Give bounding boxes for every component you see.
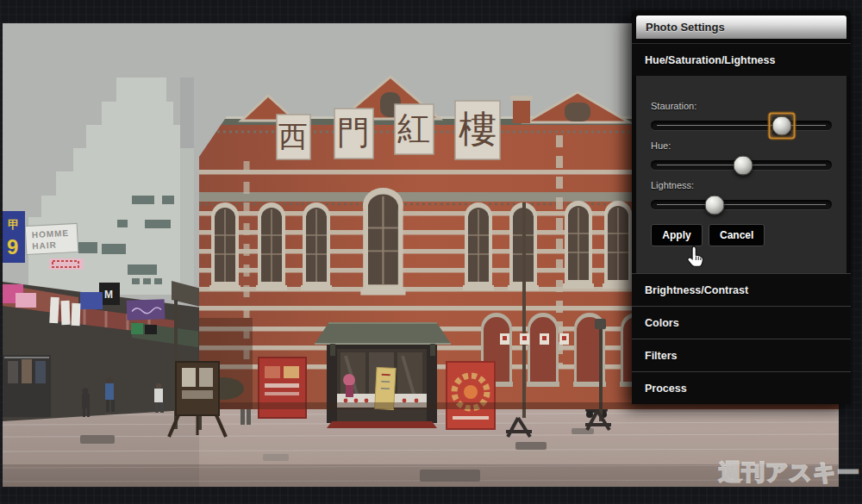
section-filters[interactable]: Filters: [632, 339, 851, 371]
saturation-slider: Stauration:: [651, 101, 832, 130]
lightness-slider-track[interactable]: [651, 200, 832, 209]
cancel-button[interactable]: Cancel: [709, 224, 765, 246]
saturation-slider-track[interactable]: [651, 121, 832, 130]
apply-button[interactable]: Apply: [651, 224, 703, 246]
panel-title: Photo Settings: [636, 16, 846, 39]
hue-slider-knob[interactable]: [734, 155, 753, 175]
saturation-slider-knob[interactable]: [772, 115, 792, 135]
cursor-pointer: [686, 245, 705, 272]
saturation-label: Stauration:: [651, 101, 832, 111]
app-stage: HOMME HAIR 甲 9: [0, 0, 862, 504]
watermark: 週刊アスキー: [719, 457, 860, 488]
section-colors[interactable]: Colors: [632, 306, 851, 339]
hue-slider: Hue:: [651, 140, 832, 170]
lightness-label: Lightness:: [651, 180, 832, 190]
button-row: Apply Cancel: [651, 224, 832, 246]
hue-label: Hue:: [651, 140, 832, 151]
lightness-slider: Lightness:: [651, 180, 832, 209]
lightness-slider-knob[interactable]: [704, 195, 724, 215]
hsl-controls: Stauration: Hue: Lightness: Apply Ca: [636, 76, 846, 273]
section-process[interactable]: Process: [632, 371, 851, 404]
section-hue-saturation-lightness[interactable]: Hue/Saturation/Lightness: [632, 43, 851, 76]
section-brightness-contrast[interactable]: Brightness/Contrast: [632, 273, 851, 306]
photo-settings-panel: Photo Settings Hue/Saturation/Lightness …: [632, 10, 851, 404]
hue-slider-track[interactable]: [651, 160, 832, 170]
